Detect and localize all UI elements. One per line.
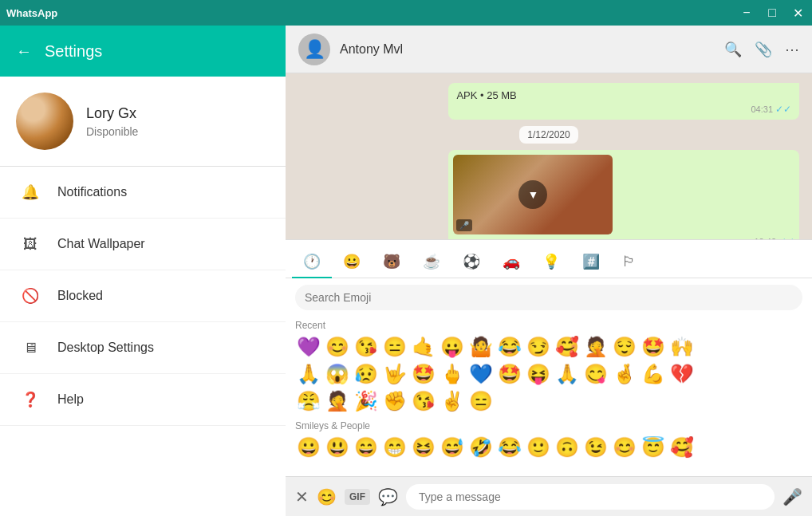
message-time: 04:31	[751, 104, 773, 114]
emoji-row: 🙏 😱 😥 🤟 🤩 🖕 💙 🤩 😝 🙏 😋 🤞 💪 💔	[295, 361, 802, 387]
profile-section[interactable]: Lory Gx Disponible	[0, 77, 286, 167]
emoji-item[interactable]: 😘	[353, 334, 380, 360]
emoji-item[interactable]: 😂	[496, 334, 523, 360]
message-text: APK • 25 MB	[456, 89, 516, 101]
tab-animals[interactable]: 🐻	[372, 246, 412, 278]
read-ticks: ✓✓	[775, 104, 791, 115]
tab-activities[interactable]: ⚽	[451, 246, 491, 278]
emoji-item[interactable]: 🙌	[668, 334, 696, 360]
emoji-item[interactable]: 😁	[381, 435, 408, 460]
person-icon: 👤	[304, 39, 325, 60]
emoji-item[interactable]: 😀	[295, 435, 322, 460]
message-meta: 04:31 ✓✓	[456, 104, 791, 115]
tab-food[interactable]: ☕	[412, 246, 451, 278]
emoji-item[interactable]: 🥰	[668, 435, 696, 460]
emoji-item[interactable]: 🤩	[410, 361, 437, 387]
emoji-row: 😤 🤦 🎉 ✊ 😘 ✌ 😑	[295, 388, 802, 414]
emoji-item[interactable]: 😃	[324, 435, 351, 460]
sidebar-item-chat-wallpaper[interactable]: 🖼 Chat Wallpaper	[0, 219, 286, 270]
tab-recent[interactable]: 🕐	[292, 246, 332, 278]
emoji-item[interactable]: 🤦	[324, 388, 351, 414]
emoji-item[interactable]: 😌	[611, 334, 638, 360]
emoji-item[interactable]: 🎉	[353, 388, 380, 414]
emoji-item[interactable]: 😛	[439, 334, 466, 360]
emoji-item[interactable]: 😋	[582, 361, 609, 387]
emoji-item[interactable]: 💜	[295, 334, 322, 360]
close-button[interactable]: ✕	[790, 6, 806, 21]
emoji-item[interactable]: 🙏	[295, 361, 322, 387]
emoji-item[interactable]: 😏	[525, 334, 552, 360]
tab-smileys[interactable]: 😀	[332, 246, 372, 278]
menu-label: Blocked	[57, 289, 103, 303]
emoji-item[interactable]: 💪	[640, 361, 667, 387]
profile-name: Lory Gx	[86, 105, 138, 122]
emoji-item[interactable]: 🖕	[439, 361, 466, 387]
emoji-item[interactable]: 🙏	[554, 361, 581, 387]
emoji-item[interactable]: 🙃	[554, 435, 581, 460]
menu-label: Help	[57, 392, 84, 407]
settings-header: ← Settings	[0, 26, 286, 77]
app-title: WhatsApp	[6, 7, 57, 19]
emoji-item[interactable]: 😤	[295, 388, 322, 414]
menu-label: Notifications	[57, 185, 127, 199]
minimize-button[interactable]: −	[739, 6, 755, 21]
sidebar-item-blocked[interactable]: 🚫 Blocked	[0, 270, 286, 322]
emoji-item[interactable]: 🤙	[410, 334, 437, 360]
emoji-item[interactable]: 🤩	[640, 334, 667, 360]
emoji-item[interactable]: 😇	[640, 435, 667, 460]
sticker-button[interactable]: 💬	[378, 487, 398, 506]
emoji-item[interactable]: 😅	[439, 435, 466, 460]
menu-label: Chat Wallpaper	[57, 237, 145, 251]
emoji-item[interactable]: 😝	[525, 361, 552, 387]
back-button[interactable]: ←	[16, 42, 32, 61]
emoji-item[interactable]: 😑	[381, 334, 408, 360]
emoji-item[interactable]: 💔	[668, 361, 696, 387]
emoji-item[interactable]: 🤩	[496, 361, 523, 387]
emoji-item[interactable]: 🤦	[582, 334, 609, 360]
emoji-item[interactable]: 🙂	[525, 435, 552, 460]
tab-flags[interactable]: 🏳	[611, 247, 648, 278]
emoji-search-input[interactable]	[295, 285, 802, 310]
close-icon[interactable]: ✕	[295, 487, 309, 506]
emoji-item[interactable]: 😂	[496, 435, 523, 460]
mic-button[interactable]: 🎤	[782, 487, 802, 506]
emoji-item[interactable]: 🤷	[467, 334, 495, 360]
search-icon[interactable]: 🔍	[724, 41, 742, 58]
emoji-row: 💜 😊 😘 😑 🤙 😛 🤷 😂 😏 🥰 🤦 😌 🤩 🙌	[295, 334, 802, 360]
tab-symbols[interactable]: #️⃣	[571, 246, 611, 278]
message-sent-apk: APK • 25 MB 04:31 ✓✓	[448, 83, 799, 120]
emoji-item[interactable]: 🤞	[611, 361, 638, 387]
contact-name: Antony Mvl	[340, 42, 715, 57]
message-input[interactable]	[406, 484, 775, 510]
message-media: ▼ 🎤 12:42 ✓✓	[448, 150, 799, 239]
tab-travel[interactable]: 🚗	[491, 246, 531, 278]
sidebar-item-desktop-settings[interactable]: 🖥 Desktop Settings	[0, 322, 286, 374]
emoji-item[interactable]: 😄	[353, 435, 380, 460]
emoji-item[interactable]: 😊	[611, 435, 638, 460]
date-separator: 1/12/2020	[519, 126, 577, 144]
emoji-item[interactable]: 😉	[582, 435, 609, 460]
attach-icon[interactable]: 📎	[755, 41, 772, 58]
emoji-item[interactable]: 😱	[324, 361, 351, 387]
emoji-toggle-icon[interactable]: 😊	[317, 487, 337, 506]
maximize-button[interactable]: □	[764, 6, 780, 21]
emoji-item[interactable]: 😆	[410, 435, 437, 460]
emoji-item[interactable]: 😥	[353, 361, 380, 387]
chat-header: 👤 Antony Mvl 🔍 📎 ⋯	[286, 26, 812, 73]
sidebar-item-notifications[interactable]: 🔔 Notifications	[0, 167, 286, 219]
tab-objects[interactable]: 💡	[531, 246, 571, 278]
emoji-item[interactable]: 💙	[467, 361, 495, 387]
emoji-item[interactable]: 😑	[467, 388, 495, 414]
emoji-item[interactable]: 🤣	[467, 435, 495, 460]
emoji-item[interactable]: 😊	[324, 334, 351, 360]
emoji-item[interactable]: ✊	[381, 388, 408, 414]
emoji-item[interactable]: 🥰	[554, 334, 581, 360]
emoji-item[interactable]: ✌	[439, 388, 466, 414]
emoji-item[interactable]: 😘	[410, 388, 437, 414]
sidebar-item-help[interactable]: ❓ Help	[0, 374, 286, 426]
play-icon: ▼	[527, 188, 538, 201]
help-icon: ❓	[19, 388, 41, 411]
emoji-item[interactable]: 🤟	[381, 361, 408, 387]
gif-button[interactable]: GIF	[345, 489, 370, 505]
more-options-icon[interactable]: ⋯	[785, 41, 799, 58]
